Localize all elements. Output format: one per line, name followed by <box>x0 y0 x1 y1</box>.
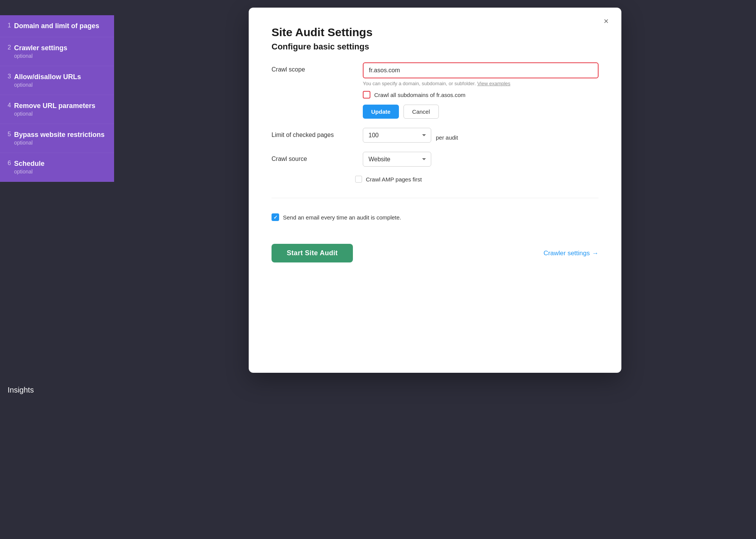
limit-select-row: 100 500 1000 per audit <box>363 128 599 143</box>
sidebar-item-remove-url[interactable]: 4 Remove URL parameters optional <box>0 95 114 124</box>
sidebar: 1 Domain and limit of pages 2 Crawler se… <box>0 0 114 539</box>
email-checkbox-row: Send an email every time an audit is com… <box>272 213 599 221</box>
crawl-source-label: Crawl source <box>272 152 355 162</box>
crawl-subdomains-label: Crawl all subdomains of fr.asos.com <box>374 92 465 98</box>
sidebar-item-bypass[interactable]: 5 Bypass website restrictions optional <box>0 124 114 153</box>
insights-label: Insights <box>8 386 34 394</box>
btn-row: Update Cancel <box>363 105 599 119</box>
crawl-source-control: Website Sitemap <box>363 152 599 167</box>
sidebar-item-crawler[interactable]: 2 Crawler settings optional <box>0 37 114 66</box>
limit-label: Limit of checked pages <box>272 128 355 138</box>
sidebar-item-6-subtitle: optional <box>14 169 44 175</box>
email-area: Send an email every time an audit is com… <box>272 213 599 221</box>
limit-row: Limit of checked pages 100 500 1000 per … <box>272 128 599 143</box>
crawl-subdomains-checkbox[interactable] <box>363 91 370 99</box>
sidebar-item-6-title: Schedule <box>14 160 44 168</box>
sidebar-item-1-number: 1 <box>8 22 11 29</box>
arrow-icon: → <box>592 250 599 257</box>
update-button[interactable]: Update <box>363 105 399 119</box>
limit-select[interactable]: 100 500 1000 <box>363 128 431 143</box>
divider <box>272 198 599 198</box>
sidebar-item-allow-urls[interactable]: 3 Allow/disallow URLs optional <box>0 66 114 95</box>
modal-container: × Site Audit Settings Configure basic se… <box>114 0 756 539</box>
view-examples-link[interactable]: View examples <box>477 81 510 86</box>
sidebar-item-4-subtitle: optional <box>14 111 95 117</box>
modal-title: Site Audit Settings <box>272 26 599 39</box>
bottom-actions: Start Site Audit Crawler settings → <box>272 244 599 262</box>
amp-row: Crawl AMP pages first <box>355 176 599 183</box>
sidebar-item-1-title: Domain and limit of pages <box>14 22 99 30</box>
sidebar-item-6-number: 6 <box>8 160 11 167</box>
email-label: Send an email every time an audit is com… <box>283 214 401 221</box>
per-audit-text: per audit <box>436 130 458 141</box>
crawl-amp-label: Crawl AMP pages first <box>366 176 422 183</box>
sidebar-item-domain[interactable]: 1 Domain and limit of pages <box>0 15 114 37</box>
crawl-source-row: Crawl source Website Sitemap <box>272 152 599 167</box>
sidebar-item-5-subtitle: optional <box>14 140 105 146</box>
crawl-subdomains-row: Crawl all subdomains of fr.asos.com <box>363 91 599 99</box>
email-checkbox[interactable] <box>272 213 279 221</box>
modal: × Site Audit Settings Configure basic se… <box>249 8 621 373</box>
start-audit-button[interactable]: Start Site Audit <box>272 244 353 262</box>
cancel-button[interactable]: Cancel <box>403 105 439 119</box>
crawl-scope-row: Crawl scope You can specify a domain, su… <box>272 62 599 119</box>
sidebar-item-2-subtitle: optional <box>14 53 67 59</box>
sidebar-item-2-number: 2 <box>8 44 11 51</box>
sidebar-item-4-title: Remove URL parameters <box>14 102 95 110</box>
sidebar-item-schedule[interactable]: 6 Schedule optional <box>0 153 114 182</box>
sidebar-item-3-number: 3 <box>8 73 11 80</box>
sidebar-item-4-number: 4 <box>8 102 11 109</box>
sidebar-item-5-title: Bypass website restrictions <box>14 131 105 139</box>
close-button[interactable]: × <box>600 15 612 27</box>
crawl-scope-control: You can specify a domain, subdomain, or … <box>363 62 599 119</box>
sidebar-item-3-title: Allow/disallow URLs <box>14 73 81 81</box>
crawl-scope-label: Crawl scope <box>272 62 355 73</box>
section-title: Configure basic settings <box>272 42 599 52</box>
crawl-amp-checkbox[interactable] <box>355 176 362 183</box>
crawler-settings-link[interactable]: Crawler settings → <box>543 250 599 257</box>
limit-control: 100 500 1000 per audit <box>363 128 599 143</box>
sidebar-item-3-subtitle: optional <box>14 82 81 88</box>
crawl-source-select[interactable]: Website Sitemap <box>363 152 431 167</box>
sidebar-item-2-title: Crawler settings <box>14 44 67 52</box>
sidebar-item-5-number: 5 <box>8 131 11 138</box>
help-text: You can specify a domain, subdomain, or … <box>363 81 599 86</box>
crawl-scope-input[interactable] <box>363 62 599 78</box>
sidebar-header <box>0 0 114 15</box>
